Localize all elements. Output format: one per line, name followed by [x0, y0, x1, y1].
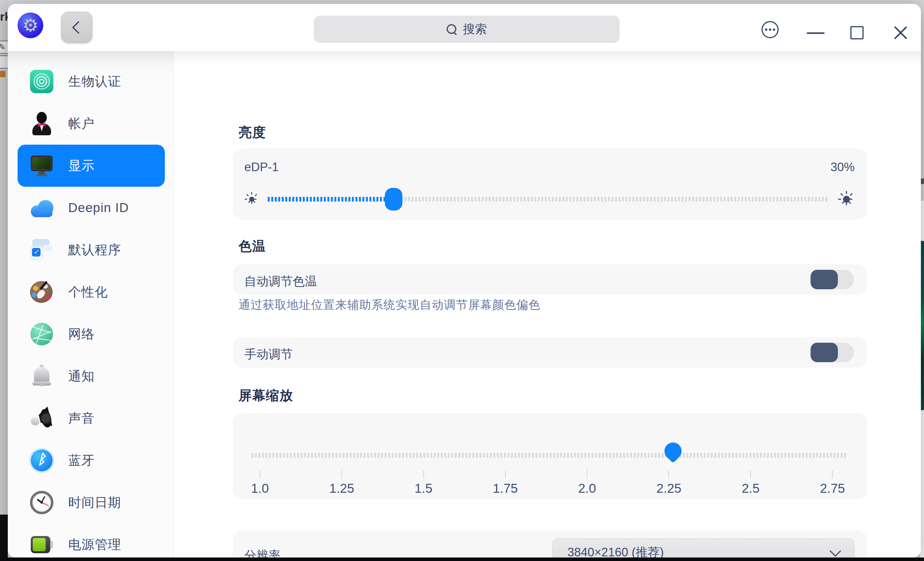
sidebar-item-biometric[interactable]: 生物认证 [18, 60, 165, 103]
sidebar-item-notifications[interactable]: 通知 [18, 355, 165, 397]
toggle-knob [811, 270, 838, 289]
sun-dim-icon [244, 192, 259, 207]
speaker-icon [29, 406, 54, 431]
background-icon-fragment [0, 71, 5, 77]
menu-button[interactable] [761, 21, 779, 38]
auto-color-temp-label: 自动调节色温 [244, 273, 317, 290]
minimize-button[interactable] [807, 32, 825, 34]
ellipsis-icon [765, 28, 767, 31]
sidebar-item-personalization[interactable]: 个性化 [18, 271, 165, 313]
brightness-value: 30% [830, 160, 855, 174]
manual-color-temp-label: 手动调节 [244, 346, 293, 363]
scaling-ticks: 1.0 1.25 1.5 1.75 2.0 2.25 2.5 2.75 [260, 470, 832, 497]
auto-color-temp-card: 自动调节色温 [233, 264, 867, 295]
cloud-icon [29, 195, 54, 220]
resolution-label: 分辨率 [244, 547, 281, 557]
brightness-slider-fill [268, 197, 394, 202]
clipboard-icon [0, 55, 9, 69]
sidebar: 生物认证 帐户 显示 Deepin ID ✓ 默认程序 个性化 [8, 51, 174, 557]
auto-color-temp-toggle[interactable] [810, 270, 854, 289]
control-center-window: ⚙ 搜索 生物认证 帐户 显示 [8, 4, 921, 557]
display-settings-panel: 亮度 eDP-1 30% [233, 51, 867, 557]
app-logo-gear-icon: ⚙ [18, 12, 43, 38]
brightness-card: eDP-1 30% [233, 149, 867, 219]
background-window-left-sliver: rk ✎ [0, 0, 8, 561]
clock-icon [29, 490, 54, 515]
desktop-bottom-edge [0, 557, 924, 561]
chevron-down-icon [830, 545, 841, 557]
battery-icon [29, 532, 54, 557]
search-placeholder: 搜索 [463, 21, 487, 37]
toggle-knob [811, 343, 838, 362]
brightness-slider-handle[interactable] [385, 188, 402, 211]
maximize-button[interactable] [850, 26, 864, 39]
sun-bright-icon [837, 190, 855, 208]
resolution-value: 3840×2160 (推荐) [567, 544, 831, 557]
sidebar-item-default-apps[interactable]: ✓ 默认程序 [18, 229, 165, 271]
scaling-slider-handle[interactable] [661, 439, 685, 463]
palette-icon [29, 280, 54, 304]
close-button[interactable] [892, 24, 909, 41]
bell-icon [29, 364, 54, 389]
search-input[interactable]: 搜索 [314, 16, 620, 43]
scaling-header: 屏幕缩放 [239, 387, 293, 405]
bluetooth-icon: ᛒ [29, 448, 54, 473]
sidebar-nav: 生物认证 帐户 显示 Deepin ID ✓ 默认程序 个性化 [8, 60, 173, 557]
search-icon [447, 24, 457, 34]
sidebar-item-bluetooth[interactable]: ᛒ 蓝牙 [18, 439, 165, 481]
scaling-card: 1.0 1.25 1.5 1.75 2.0 2.25 2.5 2.75 [233, 413, 867, 499]
sidebar-item-sound[interactable]: 声音 [18, 397, 165, 439]
edit-pencil-icon: ✎ [0, 41, 9, 54]
resolution-dropdown[interactable]: 3840×2160 (推荐) [552, 538, 855, 557]
scaling-slider[interactable]: 1.0 1.25 1.5 1.75 2.0 2.25 2.5 2.75 [251, 413, 848, 499]
default-apps-icon: ✓ [29, 237, 54, 262]
auto-color-temp-description: 通过获取地址位置来辅助系统实现自动调节屏幕颜色偏色 [239, 297, 541, 313]
sidebar-item-accounts[interactable]: 帐户 [18, 103, 165, 145]
brightness-slider[interactable] [244, 187, 855, 212]
brightness-track[interactable] [268, 187, 829, 212]
sidebar-item-deepin-id[interactable]: Deepin ID [18, 187, 165, 229]
fingerprint-icon [29, 69, 54, 94]
network-icon [29, 322, 54, 347]
sidebar-item-datetime[interactable]: 时间日期 [18, 481, 165, 524]
resolution-card: 分辨率 3840×2160 (推荐) [233, 531, 867, 557]
sidebar-item-power[interactable]: 电源管理 [18, 524, 165, 557]
manual-color-temp-toggle[interactable] [810, 343, 854, 362]
brightness-header: 亮度 [239, 124, 266, 142]
chevron-left-icon [72, 21, 85, 34]
manual-color-temp-card: 手动调节 [233, 337, 867, 368]
color-temp-header: 色温 [239, 237, 266, 255]
background-dark-edge [0, 515, 8, 561]
display-icon [29, 153, 54, 178]
sidebar-item-network[interactable]: 网络 [18, 313, 165, 355]
titlebar[interactable]: ⚙ 搜索 [8, 4, 921, 51]
monitor-name: eDP-1 [244, 160, 279, 174]
back-button[interactable] [61, 12, 92, 43]
sidebar-item-display[interactable]: 显示 [18, 145, 165, 187]
account-icon [29, 111, 54, 136]
